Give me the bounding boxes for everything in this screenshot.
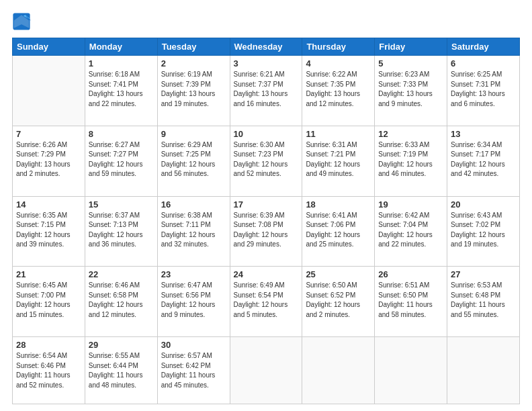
day-number: 15 <box>89 199 154 210</box>
weekday-header-thursday: Thursday <box>302 38 375 56</box>
day-number: 26 <box>378 269 443 279</box>
calendar-cell: 24Sunrise: 6:49 AM Sunset: 6:54 PM Dayli… <box>230 267 302 337</box>
calendar-cell: 13Sunrise: 6:34 AM Sunset: 7:17 PM Dayli… <box>447 126 520 196</box>
day-number: 19 <box>378 199 443 210</box>
calendar-cell: 30Sunrise: 6:57 AM Sunset: 6:42 PM Dayli… <box>157 337 230 404</box>
calendar-cell: 22Sunrise: 6:46 AM Sunset: 6:58 PM Dayli… <box>85 267 157 337</box>
calendar-cell: 12Sunrise: 6:33 AM Sunset: 7:19 PM Dayli… <box>375 126 447 196</box>
day-info: Sunrise: 6:18 AM Sunset: 7:41 PM Dayligh… <box>89 70 154 109</box>
day-number: 28 <box>16 340 81 350</box>
calendar-cell: 10Sunrise: 6:30 AM Sunset: 7:23 PM Dayli… <box>230 126 302 196</box>
day-info: Sunrise: 6:21 AM Sunset: 7:37 PM Dayligh… <box>234 70 299 109</box>
calendar-cell: 6Sunrise: 6:25 AM Sunset: 7:31 PM Daylig… <box>447 56 520 126</box>
calendar-table: SundayMondayTuesdayWednesdayThursdayFrid… <box>12 38 520 404</box>
day-info: Sunrise: 6:57 AM Sunset: 6:42 PM Dayligh… <box>161 351 226 390</box>
day-number: 12 <box>378 129 443 139</box>
calendar-cell: 23Sunrise: 6:47 AM Sunset: 6:56 PM Dayli… <box>157 267 230 337</box>
day-number: 24 <box>234 269 299 279</box>
day-info: Sunrise: 6:45 AM Sunset: 7:00 PM Dayligh… <box>16 281 81 320</box>
calendar-cell: 28Sunrise: 6:54 AM Sunset: 6:46 PM Dayli… <box>13 337 85 404</box>
weekday-header-friday: Friday <box>375 38 447 56</box>
day-number: 3 <box>234 58 299 68</box>
day-info: Sunrise: 6:53 AM Sunset: 6:48 PM Dayligh… <box>451 281 516 320</box>
day-number: 14 <box>16 199 81 210</box>
day-number: 20 <box>451 199 516 210</box>
day-number: 29 <box>89 340 154 350</box>
day-info: Sunrise: 6:38 AM Sunset: 7:11 PM Dayligh… <box>161 211 226 250</box>
day-info: Sunrise: 6:43 AM Sunset: 7:02 PM Dayligh… <box>451 211 516 250</box>
day-number: 6 <box>451 58 516 68</box>
page: SundayMondayTuesdayWednesdayThursdayFrid… <box>0 0 532 411</box>
calendar-cell: 14Sunrise: 6:35 AM Sunset: 7:15 PM Dayli… <box>13 196 85 267</box>
calendar-cell: 20Sunrise: 6:43 AM Sunset: 7:02 PM Dayli… <box>447 196 520 267</box>
calendar-cell: 4Sunrise: 6:22 AM Sunset: 7:35 PM Daylig… <box>302 56 375 126</box>
day-info: Sunrise: 6:35 AM Sunset: 7:15 PM Dayligh… <box>16 211 81 250</box>
day-number: 7 <box>16 129 81 139</box>
week-row-4: 28Sunrise: 6:54 AM Sunset: 6:46 PM Dayli… <box>13 337 520 404</box>
header <box>12 12 520 31</box>
calendar-cell: 5Sunrise: 6:23 AM Sunset: 7:33 PM Daylig… <box>375 56 447 126</box>
weekday-header-sunday: Sunday <box>13 38 85 56</box>
calendar-cell <box>375 337 447 404</box>
day-info: Sunrise: 6:55 AM Sunset: 6:44 PM Dayligh… <box>89 351 154 390</box>
calendar-cell: 27Sunrise: 6:53 AM Sunset: 6:48 PM Dayli… <box>447 267 520 337</box>
calendar-cell: 18Sunrise: 6:41 AM Sunset: 7:06 PM Dayli… <box>302 196 375 267</box>
day-number: 5 <box>378 58 443 68</box>
day-info: Sunrise: 6:22 AM Sunset: 7:35 PM Dayligh… <box>306 70 371 109</box>
weekday-header-wednesday: Wednesday <box>230 38 302 56</box>
day-number: 18 <box>306 199 371 210</box>
day-number: 17 <box>234 199 299 210</box>
calendar-cell: 15Sunrise: 6:37 AM Sunset: 7:13 PM Dayli… <box>85 196 157 267</box>
calendar-cell: 19Sunrise: 6:42 AM Sunset: 7:04 PM Dayli… <box>375 196 447 267</box>
calendar-cell <box>13 56 85 126</box>
weekday-header-row: SundayMondayTuesdayWednesdayThursdayFrid… <box>13 38 520 56</box>
day-number: 13 <box>451 129 516 139</box>
day-info: Sunrise: 6:26 AM Sunset: 7:29 PM Dayligh… <box>16 140 81 179</box>
day-info: Sunrise: 6:27 AM Sunset: 7:27 PM Dayligh… <box>89 140 154 179</box>
day-number: 4 <box>306 58 371 68</box>
day-info: Sunrise: 6:19 AM Sunset: 7:39 PM Dayligh… <box>161 70 226 109</box>
calendar-cell: 17Sunrise: 6:39 AM Sunset: 7:08 PM Dayli… <box>230 196 302 267</box>
calendar-cell: 2Sunrise: 6:19 AM Sunset: 7:39 PM Daylig… <box>157 56 230 126</box>
day-info: Sunrise: 6:50 AM Sunset: 6:52 PM Dayligh… <box>306 281 371 320</box>
day-number: 23 <box>161 269 226 279</box>
weekday-header-tuesday: Tuesday <box>157 38 230 56</box>
calendar-cell: 29Sunrise: 6:55 AM Sunset: 6:44 PM Dayli… <box>85 337 157 404</box>
day-number: 25 <box>306 269 371 279</box>
calendar-cell: 7Sunrise: 6:26 AM Sunset: 7:29 PM Daylig… <box>13 126 85 196</box>
day-info: Sunrise: 6:51 AM Sunset: 6:50 PM Dayligh… <box>378 281 443 320</box>
day-number: 8 <box>89 129 154 139</box>
day-number: 27 <box>451 269 516 279</box>
week-row-0: 1Sunrise: 6:18 AM Sunset: 7:41 PM Daylig… <box>13 56 520 126</box>
day-info: Sunrise: 6:37 AM Sunset: 7:13 PM Dayligh… <box>89 211 154 250</box>
day-info: Sunrise: 6:42 AM Sunset: 7:04 PM Dayligh… <box>378 211 443 250</box>
calendar-cell: 26Sunrise: 6:51 AM Sunset: 6:50 PM Dayli… <box>375 267 447 337</box>
day-info: Sunrise: 6:49 AM Sunset: 6:54 PM Dayligh… <box>234 281 299 320</box>
day-info: Sunrise: 6:31 AM Sunset: 7:21 PM Dayligh… <box>306 140 371 179</box>
logo <box>12 12 34 31</box>
week-row-1: 7Sunrise: 6:26 AM Sunset: 7:29 PM Daylig… <box>13 126 520 196</box>
day-info: Sunrise: 6:25 AM Sunset: 7:31 PM Dayligh… <box>451 70 516 109</box>
day-info: Sunrise: 6:47 AM Sunset: 6:56 PM Dayligh… <box>161 281 226 320</box>
day-number: 22 <box>89 269 154 279</box>
week-row-2: 14Sunrise: 6:35 AM Sunset: 7:15 PM Dayli… <box>13 196 520 267</box>
day-info: Sunrise: 6:34 AM Sunset: 7:17 PM Dayligh… <box>451 140 516 179</box>
day-number: 21 <box>16 269 81 279</box>
day-number: 9 <box>161 129 226 139</box>
day-number: 16 <box>161 199 226 210</box>
calendar-cell <box>302 337 375 404</box>
weekday-header-monday: Monday <box>85 38 157 56</box>
calendar-cell: 3Sunrise: 6:21 AM Sunset: 7:37 PM Daylig… <box>230 56 302 126</box>
calendar-cell: 9Sunrise: 6:29 AM Sunset: 7:25 PM Daylig… <box>157 126 230 196</box>
day-info: Sunrise: 6:29 AM Sunset: 7:25 PM Dayligh… <box>161 140 226 179</box>
day-info: Sunrise: 6:33 AM Sunset: 7:19 PM Dayligh… <box>378 140 443 179</box>
day-info: Sunrise: 6:54 AM Sunset: 6:46 PM Dayligh… <box>16 351 81 390</box>
week-row-3: 21Sunrise: 6:45 AM Sunset: 7:00 PM Dayli… <box>13 267 520 337</box>
calendar-cell: 1Sunrise: 6:18 AM Sunset: 7:41 PM Daylig… <box>85 56 157 126</box>
day-info: Sunrise: 6:46 AM Sunset: 6:58 PM Dayligh… <box>89 281 154 320</box>
day-info: Sunrise: 6:30 AM Sunset: 7:23 PM Dayligh… <box>234 140 299 179</box>
calendar-cell <box>230 337 302 404</box>
day-info: Sunrise: 6:39 AM Sunset: 7:08 PM Dayligh… <box>234 211 299 250</box>
day-number: 10 <box>234 129 299 139</box>
day-info: Sunrise: 6:41 AM Sunset: 7:06 PM Dayligh… <box>306 211 371 250</box>
